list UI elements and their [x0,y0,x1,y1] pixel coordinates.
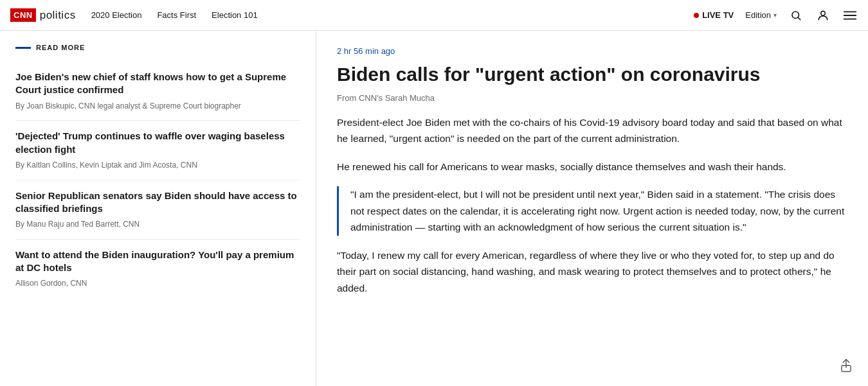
header-right-controls: LIVE TV Edition ▾ [694,8,858,23]
sidebar-article-title-4[interactable]: Want to attend the Biden inauguration? Y… [15,249,300,275]
search-icon[interactable] [788,8,804,23]
article-body: President-elect Joe Biden met with the c… [337,114,847,297]
read-more-label: READ MORE [36,44,85,51]
nav-election-101[interactable]: Election 101 [212,10,258,20]
share-icon[interactable] [840,358,853,376]
nav-facts-first[interactable]: Facts First [157,10,196,20]
list-item: Want to attend the Biden inauguration? Y… [15,240,300,298]
list-item: Senior Republican senators say Biden sho… [15,180,300,240]
live-tv-button[interactable]: LIVE TV [694,10,734,20]
article-paragraph-2: He renewed his call for Americans to wea… [337,159,847,175]
article-blockquote: "I am the president-elect, but I will no… [337,186,847,236]
hamburger-menu-icon[interactable] [842,8,858,23]
sidebar-article-title-1[interactable]: Joe Biden's new chief of staff knows how… [15,71,300,97]
article-paragraph-3: "Today, I renew my call for every Americ… [337,247,847,297]
live-indicator-dot [694,13,699,18]
live-tv-label: LIVE TV [702,10,734,20]
article-timestamp: 2 hr 56 min ago [337,46,847,56]
sidebar-article-title-3[interactable]: Senior Republican senators say Biden sho… [15,189,300,216]
svg-line-1 [798,17,800,19]
sidebar-article-title-2[interactable]: 'Dejected' Trump continues to waffle ove… [15,130,300,156]
edition-dropdown[interactable]: Edition ▾ [745,10,777,20]
main-container: READ MORE Joe Biden's new chief of staff… [0,31,868,386]
blockquote-text: "I am the president-elect, but I will no… [350,186,847,236]
article-main: 2 hr 56 min ago Biden calls for "urgent … [316,31,868,386]
sidebar-article-author-2: By Kaitlan Collins, Kevin Liptak and Jim… [15,160,300,171]
list-item: 'Dejected' Trump continues to waffle ove… [15,121,300,180]
article-headline: Biden calls for "urgent action" on coron… [337,62,847,87]
site-header: CNN politics 2020 Election Facts First E… [0,0,868,31]
edition-label: Edition [745,10,771,20]
svg-point-2 [821,11,826,15]
politics-label: politics [40,9,76,22]
read-more-header: READ MORE [15,44,300,51]
article-byline: From CNN's Sarah Mucha [337,93,847,103]
sidebar-article-author-3: By Manu Raju and Ted Barrett, CNN [15,219,300,230]
site-logo[interactable]: CNN politics [10,8,76,22]
user-account-icon[interactable] [815,8,831,23]
sidebar-article-author-1: By Joan Biskupic, CNN legal analyst & Su… [15,101,300,112]
cnn-logo: CNN [10,8,36,22]
article-paragraph-1: President-elect Joe Biden met with the c… [337,114,847,147]
sidebar: READ MORE Joe Biden's new chief of staff… [0,31,316,386]
sidebar-article-author-4: Allison Gordon, CNN [15,278,300,289]
list-item: Joe Biden's new chief of staff knows how… [15,62,300,121]
chevron-down-icon: ▾ [773,12,777,19]
nav-2020-election[interactable]: 2020 Election [91,10,142,20]
read-more-bar [15,47,31,49]
main-nav: 2020 Election Facts First Election 101 [91,10,694,20]
